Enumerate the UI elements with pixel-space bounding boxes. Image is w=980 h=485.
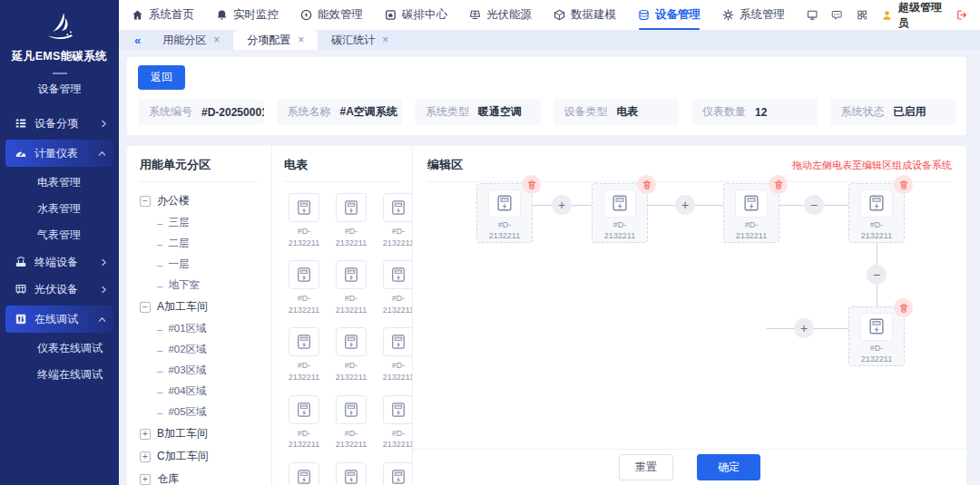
reset-button[interactable]: 重置 bbox=[619, 454, 673, 480]
meter-card[interactable]: #D-2132211 bbox=[331, 395, 371, 451]
tree-leaf[interactable]: –地下室 bbox=[140, 275, 259, 296]
nav-item-data-modeling[interactable]: 数据建模 bbox=[554, 0, 616, 30]
sidebar-subitem-electric-meter-mgmt[interactable]: 电表管理 bbox=[0, 170, 119, 196]
tab-energy-zone[interactable]: 用能分区× bbox=[149, 30, 233, 50]
meter-card[interactable]: #D-2132211 bbox=[331, 462, 371, 485]
meter-id: #D-2132211 bbox=[331, 360, 371, 383]
sidebar-item-pv-devices[interactable]: 光伏设备 bbox=[0, 276, 119, 303]
electric-meter-icon bbox=[336, 395, 367, 424]
meter-card[interactable]: #D-2132211 bbox=[378, 260, 413, 315]
sidebar-item-label: 计量仪表 bbox=[34, 146, 78, 161]
editor-node[interactable]: #D-2132211 bbox=[848, 183, 905, 243]
nav-item-label: 系统管理 bbox=[740, 7, 785, 23]
sidebar-subitem-meter-online-debug[interactable]: 仪表在线调试 bbox=[0, 335, 119, 362]
confirm-button[interactable]: 确定 bbox=[697, 454, 760, 480]
user-menu[interactable]: 超级管理员 bbox=[881, 0, 943, 31]
expand-node-icon[interactable]: + bbox=[140, 474, 151, 485]
tree-leaf[interactable]: –#05区域 bbox=[140, 402, 259, 422]
operator-minus-button[interactable]: − bbox=[804, 195, 824, 215]
tree-leaf[interactable]: –二层 bbox=[140, 233, 259, 254]
collapse-node-icon[interactable]: − bbox=[140, 302, 151, 313]
qr-grid-icon[interactable] bbox=[857, 8, 867, 22]
electric-meter-icon bbox=[336, 327, 367, 356]
tree-leaf[interactable]: –三层 bbox=[140, 212, 259, 233]
meter-card[interactable]: #D-2132211 bbox=[331, 193, 371, 248]
tree-leaf[interactable]: –#03区域 bbox=[140, 360, 259, 381]
expand-node-icon[interactable]: + bbox=[140, 451, 151, 462]
meter-card[interactable]: #D-2132211 bbox=[378, 395, 413, 451]
close-tab-icon[interactable]: × bbox=[298, 34, 304, 46]
meter-card[interactable]: #D-2132211 bbox=[284, 260, 324, 315]
electric-meter-icon bbox=[336, 260, 367, 289]
delete-node-button[interactable] bbox=[894, 175, 913, 194]
sidebar-subitem-gas-meter-mgmt[interactable]: 气表管理 bbox=[0, 222, 119, 248]
sidebar-item-metering-instruments[interactable]: 计量仪表 bbox=[5, 140, 113, 167]
meter-card[interactable]: #D-2132211 bbox=[284, 395, 324, 451]
operator-plus-button[interactable]: + bbox=[794, 318, 814, 338]
message-icon[interactable] bbox=[831, 8, 842, 22]
tree-leaf[interactable]: –#02区域 bbox=[140, 339, 259, 360]
meter-card[interactable]: #D-2132211 bbox=[331, 327, 371, 383]
meter-id: #D-2132211 bbox=[331, 226, 371, 248]
electric-meter-icon bbox=[383, 193, 413, 222]
tab-label: 用能分区 bbox=[162, 33, 206, 48]
tab-carbon-sink-stats[interactable]: 碳汇统计× bbox=[318, 30, 402, 50]
logout-icon[interactable] bbox=[956, 8, 967, 22]
tree-leaf[interactable]: –一层 bbox=[140, 254, 259, 275]
screen-icon[interactable] bbox=[807, 8, 818, 22]
tree-node[interactable]: −办公楼 bbox=[140, 189, 259, 212]
tab-label: 碳汇统计 bbox=[331, 33, 375, 48]
meter-card[interactable]: #D-2132211 bbox=[284, 462, 324, 485]
tree-node[interactable]: −A加工车间 bbox=[140, 296, 259, 318]
meter-card[interactable]: #D-2132211 bbox=[378, 462, 413, 485]
sidebar-item-online-debug[interactable]: 在线调试 bbox=[5, 306, 113, 333]
electric-meter-icon bbox=[336, 462, 367, 485]
meter-card[interactable]: #D-2132211 bbox=[331, 260, 371, 315]
page-content: 返回 系统编号#D-20250001系统名称#A空调系统系统类型暖通空调设备类型… bbox=[119, 50, 980, 485]
nav-item-device-mgmt[interactable]: 设备管理 bbox=[638, 0, 701, 30]
delete-node-button[interactable] bbox=[637, 175, 656, 194]
nav-item-label: 实时监控 bbox=[233, 7, 279, 23]
back-button[interactable]: 返回 bbox=[138, 65, 185, 90]
nav-item-realtime-monitor[interactable]: 实时监控 bbox=[216, 0, 279, 30]
tab-subentry-config[interactable]: 分项配置× bbox=[233, 30, 318, 50]
tree-node-label: A加工车间 bbox=[157, 299, 208, 315]
meter-card[interactable]: #D-2132211 bbox=[378, 327, 413, 383]
operator-minus-button[interactable]: − bbox=[867, 265, 887, 285]
delete-node-button[interactable] bbox=[894, 298, 913, 317]
expand-node-icon[interactable]: + bbox=[140, 429, 151, 440]
nav-item-pv-energy[interactable]: 光伏能源 bbox=[469, 0, 532, 30]
electric-meter-icon bbox=[383, 462, 413, 485]
nav-item-carbon-center[interactable]: 碳排中心 bbox=[385, 0, 447, 30]
meter-card[interactable]: #D-2132211 bbox=[284, 193, 324, 248]
operator-plus-button[interactable]: + bbox=[552, 195, 572, 215]
tree-node[interactable]: +B加工车间 bbox=[140, 422, 259, 445]
close-tab-icon[interactable]: × bbox=[382, 34, 388, 46]
meter-card[interactable]: #D-2132211 bbox=[284, 327, 324, 383]
nav-item-home[interactable]: 系统首页 bbox=[132, 0, 194, 30]
collapse-node-icon[interactable]: − bbox=[140, 196, 151, 207]
tree-node-label: 办公楼 bbox=[157, 193, 190, 209]
editor-node[interactable]: #D-2132211 bbox=[592, 183, 648, 243]
sidebar-subitem-water-meter-mgmt[interactable]: 水表管理 bbox=[0, 196, 119, 222]
sidebar-item-device-subentry[interactable]: 设备分项 bbox=[0, 110, 119, 137]
sidebar-subitem-terminal-online-debug[interactable]: 终端在线调试 bbox=[0, 362, 119, 388]
sidebar-item-terminal-devices[interactable]: 终端设备 bbox=[0, 248, 119, 276]
delete-node-button[interactable] bbox=[522, 175, 541, 194]
close-tab-icon[interactable]: × bbox=[213, 34, 220, 46]
tree-leaf[interactable]: –#04区域 bbox=[140, 381, 259, 402]
collapse-tabs-icon[interactable]: « bbox=[126, 30, 149, 50]
nav-item-energy-efficiency[interactable]: 能效管理 bbox=[300, 0, 363, 30]
tree-node[interactable]: +仓库 bbox=[140, 468, 259, 485]
meter-card[interactable]: #D-2132211 bbox=[378, 193, 413, 248]
tree-node[interactable]: +C加工车间 bbox=[140, 445, 259, 468]
nav-item-system-mgmt[interactable]: 系统管理 bbox=[722, 0, 785, 30]
editor-node[interactable]: #D-2132211 bbox=[848, 306, 905, 366]
delete-node-button[interactable] bbox=[769, 175, 788, 194]
operator-plus-button[interactable]: + bbox=[675, 195, 695, 215]
tree-leaf[interactable]: –#01区域 bbox=[140, 318, 259, 339]
electric-meter-icon bbox=[383, 395, 413, 424]
editor-node[interactable]: #D-2132211 bbox=[723, 183, 779, 243]
editor-node[interactable]: #D-2132211 bbox=[476, 183, 533, 243]
meter-panel-title: 电表 bbox=[284, 157, 400, 182]
